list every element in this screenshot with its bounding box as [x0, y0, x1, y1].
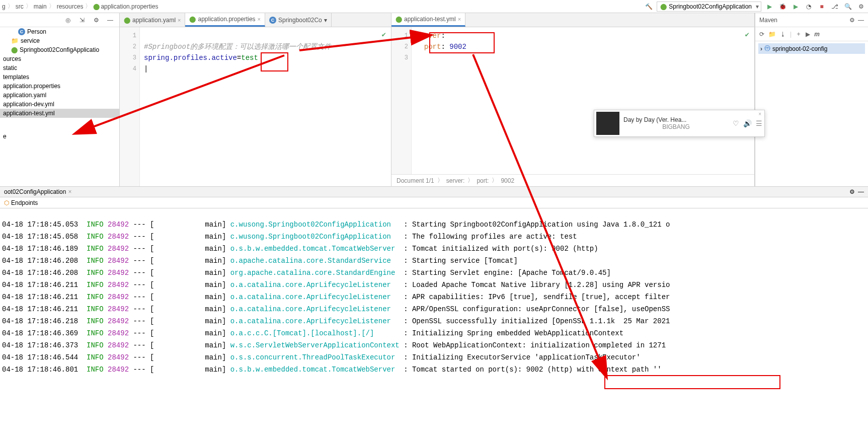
- song-title: Day by Day (Ver. Hea...: [623, 116, 729, 123]
- hide-icon[interactable]: —: [858, 188, 864, 195]
- gear-icon[interactable]: ⚙: [91, 15, 101, 25]
- spring-icon: ⬤: [93, 3, 100, 10]
- folder-icon: 📁: [11, 37, 19, 44]
- tree-item-service[interactable]: 📁service: [0, 36, 119, 45]
- ok-icon: ✔: [745, 30, 749, 39]
- tab-app-prop[interactable]: ⬤application.properties×: [185, 13, 265, 27]
- settings-icon[interactable]: ⚙: [856, 2, 866, 12]
- spring-icon: ⬤: [189, 16, 196, 23]
- download-icon[interactable]: ⭳: [780, 31, 786, 38]
- gutter: 1234: [120, 27, 140, 186]
- maven-toolbar: ⟳ 📁 ⭳ | ＋ ▶ m: [755, 27, 868, 41]
- highlight-box: [429, 32, 495, 53]
- run-config-label: Springboot02ConfigApplication: [669, 3, 752, 10]
- bc-seg[interactable]: resources: [57, 3, 84, 10]
- maven-icon: ⓜ: [764, 44, 770, 53]
- music-popup[interactable]: Day by Day (Ver. Hea... BIGBANG ♡ 🔊 ☰ ×: [594, 110, 765, 137]
- tree-item-app-test[interactable]: application-test.yml: [0, 109, 119, 118]
- gutter: 123: [391, 27, 412, 174]
- close-icon[interactable]: ×: [458, 16, 461, 22]
- chevron-down-icon[interactable]: ▾: [324, 17, 327, 24]
- spring-icon: ⬤: [11, 46, 18, 53]
- tree-item[interactable]: templates: [0, 72, 119, 82]
- gear-icon[interactable]: ⚙: [849, 188, 855, 195]
- highlight-box: [261, 52, 288, 71]
- editor-tabs-right: ⬤application-test.yml×: [391, 13, 754, 27]
- heart-icon[interactable]: ♡: [733, 119, 739, 127]
- tree-toolbar: ◎ ⇲ ⚙ —: [0, 13, 119, 27]
- maven-title: Maven: [759, 17, 777, 24]
- run-icon[interactable]: ▶: [764, 2, 774, 12]
- highlight-box: [604, 375, 780, 389]
- tree-item-app-yaml[interactable]: application.yaml: [0, 91, 119, 100]
- song-artist: BIGBANG: [623, 123, 729, 130]
- breadcrumb[interactable]: g〉 src〉 main〉 resources〉 ⬤ application.p…: [2, 2, 158, 11]
- code-comment: #Springboot的多环境配置：可以选择激活哪一个配置文件: [144, 41, 389, 52]
- editor-tabs-left: ⬤application.yaml× ⬤application.properti…: [120, 13, 391, 27]
- bc-seg[interactable]: application.properties: [101, 3, 158, 10]
- folder-icon[interactable]: 📁: [768, 31, 776, 38]
- run-icon[interactable]: ▶: [806, 31, 810, 38]
- profile-icon[interactable]: ◔: [804, 2, 814, 12]
- code-editor-right[interactable]: 123 server: port: 9002 ✔: [391, 27, 754, 174]
- maven-project[interactable]: › ⓜ springboot-02-config: [758, 43, 865, 54]
- reload-icon[interactable]: ⟳: [759, 31, 764, 38]
- project-tree: ◎ ⇲ ⚙ — CPerson 📁service ⬤Springboot02Co…: [0, 13, 120, 186]
- close-icon[interactable]: ×: [68, 188, 71, 195]
- playlist-icon[interactable]: ☰: [756, 119, 762, 127]
- volume-icon[interactable]: 🔊: [743, 119, 752, 127]
- code-val: test: [241, 54, 258, 62]
- tab-app-test[interactable]: ⬤application-test.yml×: [391, 13, 465, 27]
- tree-item[interactable]: ources: [0, 54, 119, 63]
- editor-left: ⬤application.yaml× ⬤application.properti…: [120, 13, 391, 186]
- code-editor-left[interactable]: 1234 #Springboot的多环境配置：可以选择激活哪一个配置文件 spr…: [120, 27, 391, 186]
- maven-m-icon[interactable]: m: [814, 31, 820, 38]
- spring-icon: ⬤: [124, 17, 130, 24]
- stop-icon[interactable]: ■: [817, 2, 827, 12]
- bc-seg[interactable]: src: [16, 3, 24, 10]
- console-output[interactable]: 04-18 17:18:45.053 INFO 28492 --- [ main…: [0, 208, 868, 376]
- collapse-icon[interactable]: ⇲: [77, 15, 87, 25]
- album-art: [596, 112, 619, 135]
- run-config-select[interactable]: ⬤ Springboot02ConfigApplication: [657, 2, 761, 12]
- tree-item-app[interactable]: ⬤Springboot02ConfigApplicatio: [0, 45, 119, 54]
- tab-app-yaml[interactable]: ⬤application.yaml×: [120, 13, 185, 27]
- tree-item-app-dev[interactable]: application-dev.yml: [0, 100, 119, 109]
- endpoints-icon: ⬡: [4, 199, 9, 206]
- gear-icon[interactable]: ⚙: [849, 17, 855, 24]
- spring-icon: ⬤: [396, 16, 402, 23]
- coverage-icon[interactable]: ▶: [791, 2, 801, 12]
- maven-panel: Maven ⚙— ⟳ 📁 ⭳ | ＋ ▶ m › ⓜ springboot-02…: [755, 13, 868, 186]
- hide-icon[interactable]: —: [858, 17, 864, 24]
- plus-icon[interactable]: ＋: [796, 30, 802, 38]
- close-icon[interactable]: ×: [258, 16, 261, 22]
- tree-item[interactable]: e: [0, 132, 119, 141]
- code-key: spring.profiles.active: [144, 54, 237, 62]
- tree-item-person[interactable]: CPerson: [0, 27, 119, 36]
- hide-icon[interactable]: —: [105, 15, 115, 25]
- endpoints-tab[interactable]: ⬡ Endpoints: [0, 197, 868, 208]
- debug-icon[interactable]: 🐞: [777, 2, 787, 12]
- class-icon: C: [269, 17, 276, 24]
- target-icon[interactable]: ◎: [63, 15, 73, 25]
- tree-item[interactable]: static: [0, 63, 119, 72]
- spring-icon: ⬤: [660, 3, 667, 10]
- class-icon: C: [18, 28, 25, 35]
- search-icon[interactable]: 🔍: [843, 2, 853, 12]
- hammer-icon[interactable]: 🔨: [644, 2, 654, 12]
- ok-icon: ✔: [382, 30, 386, 39]
- editor-right: ⬤application-test.yml× 123 server: port:…: [391, 13, 755, 186]
- bc-seg[interactable]: g: [2, 3, 6, 10]
- editor-status-crumb: Document 1/1〉 server:〉 port:〉 9002: [391, 174, 754, 186]
- run-window-tab[interactable]: oot02ConfigApplication× ⚙—: [0, 186, 868, 197]
- git-icon[interactable]: ⎇: [830, 2, 840, 12]
- tab-springboot02[interactable]: CSpringboot02Co▾: [265, 13, 332, 27]
- chevron-right-icon: ›: [760, 45, 762, 52]
- tree-item-app-prop[interactable]: application.properties: [0, 82, 119, 91]
- top-toolbar: g〉 src〉 main〉 resources〉 ⬤ application.p…: [0, 0, 868, 13]
- close-icon[interactable]: ×: [178, 17, 181, 23]
- close-icon[interactable]: ×: [758, 111, 761, 117]
- bc-seg[interactable]: main: [34, 3, 47, 10]
